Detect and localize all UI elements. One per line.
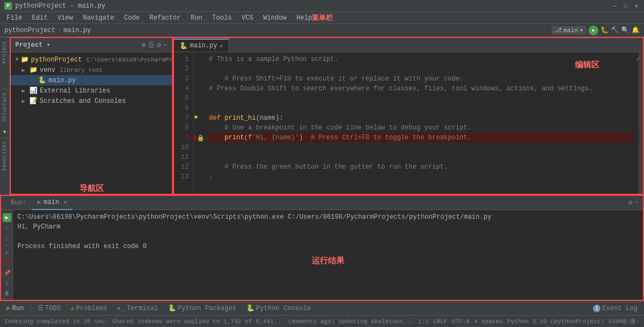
run-tab-close[interactable]: ✕	[64, 199, 67, 206]
gutter-10	[194, 143, 205, 152]
line-num-5: 5	[174, 94, 189, 103]
status-encoding[interactable]: UTF-8	[452, 318, 470, 325]
gutter-11	[194, 152, 205, 162]
branch-button[interactable]: ⎇ main ▾	[552, 26, 586, 34]
status-python-version[interactable]: Python 3.10 (pythonProject)	[507, 318, 604, 325]
hide-icon[interactable]: —	[163, 41, 168, 50]
menu-view[interactable]: View	[53, 13, 78, 23]
rerun-icon[interactable]: ↻	[3, 248, 11, 257]
debug-icon[interactable]: 🐛	[600, 26, 609, 34]
gutter-3	[194, 74, 205, 84]
menu-navigate[interactable]: Navigate	[78, 13, 119, 23]
status-line-ending[interactable]: CRLF	[433, 318, 447, 325]
output-line-2: Hi, PyCharm	[17, 222, 639, 232]
clear-icon[interactable]: 🗑	[3, 289, 11, 298]
todo-toolbar-btn[interactable]: ☰ TODO	[33, 303, 65, 313]
run-annotation: 运行结果	[17, 257, 639, 267]
status-indexing[interactable]: Indexing completed in 26 sec. Shared ind…	[4, 318, 335, 325]
python-console-btn[interactable]: 🐍 Python Console	[242, 303, 315, 313]
libs-arrow: ▶	[22, 88, 27, 94]
tree-venv[interactable]: ▶ 📁 venv library root	[11, 65, 172, 75]
status-indent[interactable]: 4 spaces	[474, 318, 503, 325]
code-line-7: def print_hi(name):	[209, 113, 634, 123]
favorites-icon[interactable]: ★	[3, 127, 7, 135]
run-hide-icon[interactable]: —	[635, 199, 639, 207]
notification-icon[interactable]: 🔔	[631, 26, 640, 34]
line-num-10: 10	[174, 143, 189, 152]
search-icon[interactable]: 🔍	[621, 26, 629, 34]
run-output: C:\Users\86198\PycharmProjects\pythonPro…	[13, 210, 643, 300]
status-bar: Indexing completed in 26 sec. Shared ind…	[0, 315, 644, 327]
minimize-button[interactable]: —	[611, 3, 618, 9]
title-bar-left: P pythonProject – main.py	[4, 2, 106, 10]
tab-close-button[interactable]: ✕	[219, 42, 223, 50]
tree-main-py[interactable]: 🐍 main.py	[11, 75, 172, 85]
menu-run[interactable]: Run	[186, 13, 207, 23]
branch-name: main	[564, 27, 578, 34]
stop-icon[interactable]: ■	[3, 258, 11, 267]
menu-items: File Edit View Navigate Code Refactor Ru…	[2, 13, 317, 23]
run-tab-label: Run:	[5, 196, 32, 210]
run-panel-header: Run: ▶ main ✕ ⚙ —	[1, 196, 643, 210]
run-tab-main[interactable]: ▶ main ✕	[32, 196, 73, 210]
run-button[interactable]	[589, 26, 598, 35]
run-btn-label: Run	[12, 305, 24, 312]
menu-file[interactable]: File	[2, 13, 27, 23]
scroll-end-icon[interactable]: ⤵	[3, 279, 11, 287]
tree-scratches[interactable]: ▶ 📝 Scratches and Consoles	[11, 96, 172, 106]
tree-root[interactable]: ▼ 📁 pythonProject C:\Users\86198\Pycharm…	[11, 54, 172, 65]
run-left-controls: ▶ ↑ ↓ ↻ ■ 📌 ⤵ 🗑	[1, 210, 13, 300]
project-panel-header: Project ▾ ⊕ ☰ ⚙ —	[11, 38, 172, 52]
maximize-button[interactable]: ☐	[622, 3, 629, 9]
status-right: 1:1 CRLF UTF-8 4 spaces Python 3.10 (pyt…	[418, 317, 640, 325]
event-log-btn[interactable]: 1 Event Log	[589, 304, 642, 313]
menu-tools[interactable]: Tools	[208, 13, 236, 23]
breadcrumb-project[interactable]: pythonProject	[4, 27, 55, 34]
menu-edit[interactable]: Edit	[28, 13, 52, 23]
close-button[interactable]: ✕	[633, 3, 640, 9]
project-panel-title: Project ▾	[15, 41, 51, 49]
terminal-btn-icon: ▸_	[117, 304, 125, 312]
menu-vcs[interactable]: VCS	[237, 13, 258, 23]
project-tab[interactable]: Project	[1, 37, 9, 67]
editor-scrollbar[interactable]	[639, 52, 643, 194]
editor-tab-main-py[interactable]: 🐍 main.py ✕	[174, 39, 229, 52]
branch-icon: ⎇	[555, 27, 562, 34]
gutter-12	[194, 162, 205, 172]
run-play-button[interactable]: ▶	[3, 213, 11, 222]
problems-toolbar-btn[interactable]: ⚠ Problems	[66, 303, 112, 313]
structure-tab[interactable]: Structure	[1, 89, 9, 125]
settings-icon[interactable]: ⚙	[157, 41, 161, 50]
problems-btn-label: Problems	[76, 305, 108, 312]
run-settings-icon[interactable]: ⚙	[629, 199, 633, 207]
pin-icon[interactable]: 📌	[3, 269, 11, 277]
run-tab-icon: ▶	[38, 198, 41, 206]
add-icon[interactable]: ⊕	[142, 41, 146, 50]
run-up-button[interactable]: ↑	[3, 225, 11, 233]
status-position[interactable]: 1:1	[418, 318, 429, 325]
run-toolbar-btn[interactable]: ▶ Run	[2, 303, 28, 313]
run-down-button[interactable]: ↓	[3, 235, 11, 244]
menu-code[interactable]: Code	[120, 13, 144, 23]
line-num-8: 8	[174, 123, 189, 133]
window-controls[interactable]: — ☐ ✕	[611, 3, 640, 9]
separator	[3, 245, 11, 246]
line-num-1: 1	[174, 54, 189, 64]
output-line-3	[17, 232, 639, 242]
gutter-4	[194, 84, 205, 94]
build-icon[interactable]: 🔨	[611, 26, 619, 34]
breakpoint-marker[interactable]	[194, 135, 196, 140]
code-editor[interactable]: # This is a sample Python script. # Pres…	[205, 52, 639, 194]
venv-arrow: ▶	[22, 67, 27, 73]
menu-refactor[interactable]: Refactor	[145, 13, 185, 23]
libs-icon: 📊	[29, 87, 38, 95]
terminal-toolbar-btn[interactable]: ▸_ Terminal	[113, 303, 163, 313]
favorites-tab[interactable]: Favorites	[1, 138, 9, 174]
menu-window[interactable]: Window	[259, 13, 291, 23]
breadcrumb-file[interactable]: main.py	[64, 27, 91, 34]
gutter: ▶ 🔒	[194, 52, 205, 194]
tree-external-libs[interactable]: ▶ 📊 External Libraries	[11, 85, 172, 96]
python-packages-btn[interactable]: 🐍 Python Packages	[164, 303, 241, 313]
output-line-1: C:\Users\86198\PycharmProjects\pythonPro…	[17, 212, 639, 222]
collapse-icon[interactable]: ☰	[148, 41, 154, 50]
